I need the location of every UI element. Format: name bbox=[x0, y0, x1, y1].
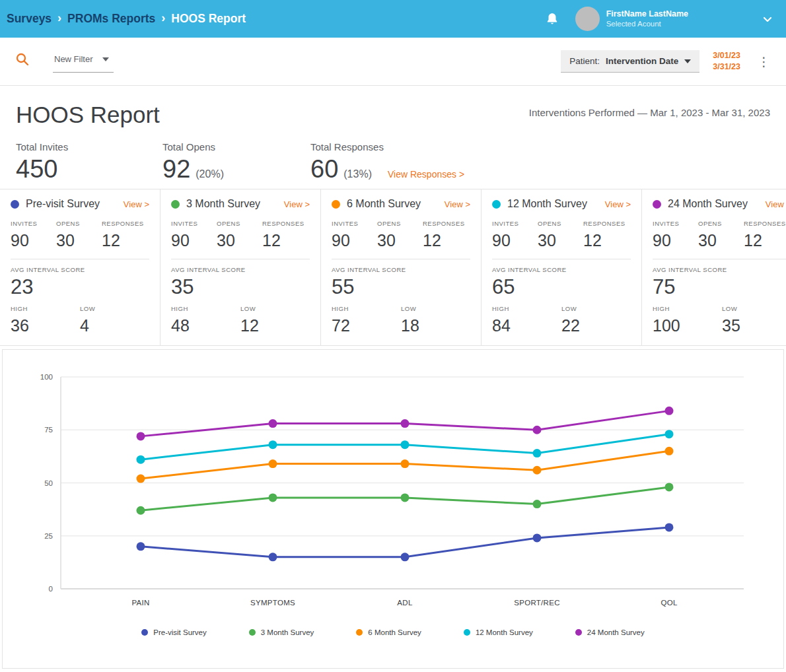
breadcrumb-item-proms-reports[interactable]: PROMs Reports bbox=[67, 12, 155, 26]
avg-interval-score-value: 23 bbox=[11, 275, 149, 299]
search-icon[interactable] bbox=[15, 51, 30, 67]
view-responses-link[interactable]: View Responses > bbox=[388, 169, 464, 180]
avg-interval-score-label: AVG INTERVAL SCORE bbox=[653, 266, 786, 273]
low-value: 4 bbox=[80, 316, 149, 335]
legend-label: 6 Month Survey bbox=[368, 628, 421, 636]
low-label: LOW bbox=[80, 305, 149, 312]
view-survey-link[interactable]: View > bbox=[284, 199, 310, 209]
avg-interval-score-value: 65 bbox=[492, 275, 631, 299]
new-filter-select[interactable]: New Filter bbox=[53, 50, 114, 73]
svg-text:ADL: ADL bbox=[397, 599, 413, 607]
date-start: 3/01/23 bbox=[713, 50, 740, 61]
legend-label: 3 Month Survey bbox=[261, 628, 314, 636]
selected-account-label: Selected Acount bbox=[606, 19, 688, 28]
invites-label: INVITES bbox=[492, 220, 538, 227]
svg-text:PAIN: PAIN bbox=[131, 599, 149, 607]
date-type-select[interactable]: Patient: Intervention Date bbox=[561, 50, 699, 73]
survey-scores-chart: 0255075100PAINSYMPTOMSADLSPORT/RECQOL bbox=[3, 350, 783, 614]
invites-label: INVITES bbox=[11, 220, 56, 227]
invites-label: INVITES bbox=[171, 220, 217, 227]
caret-down-icon bbox=[102, 57, 109, 61]
caret-down-icon bbox=[684, 59, 691, 63]
high-label: HIGH bbox=[332, 305, 401, 312]
total-invites-block: Total Invites 450 bbox=[16, 141, 162, 184]
invites-label: INVITES bbox=[332, 220, 377, 227]
total-opens-percent: (20%) bbox=[196, 168, 224, 180]
invites-label: INVITES bbox=[653, 220, 698, 227]
breadcrumb: Surveys › PROMs Reports › HOOS Report bbox=[7, 12, 246, 26]
total-responses-block: Total Responses 60 (13%) View Responses … bbox=[310, 141, 464, 184]
invites-value: 90 bbox=[653, 231, 698, 250]
legend-dot-icon bbox=[141, 629, 148, 636]
survey-card-title: 24 Month Survey bbox=[668, 198, 748, 210]
avg-interval-score-value: 75 bbox=[653, 275, 786, 299]
legend-dot-icon bbox=[575, 629, 582, 636]
view-survey-link[interactable]: View > bbox=[124, 199, 149, 209]
avatar[interactable] bbox=[575, 7, 600, 31]
avg-interval-score-value: 55 bbox=[332, 275, 470, 299]
svg-text:25: 25 bbox=[44, 532, 53, 540]
avg-interval-score-value: 35 bbox=[171, 275, 310, 299]
notifications-bell-icon[interactable] bbox=[545, 11, 559, 27]
legend-item[interactable]: 12 Month Survey bbox=[464, 628, 533, 636]
survey-card-24-month: 24 Month Survey View > INVITES90 OPENS30… bbox=[642, 189, 786, 345]
divider bbox=[332, 259, 470, 259]
series-dot-icon bbox=[653, 200, 661, 209]
divider bbox=[492, 259, 631, 259]
svg-text:75: 75 bbox=[44, 426, 53, 434]
avg-interval-score-label: AVG INTERVAL SCORE bbox=[171, 266, 310, 273]
view-survey-link[interactable]: View > bbox=[605, 199, 631, 209]
total-opens-block: Total Opens 92 (20%) bbox=[162, 141, 310, 184]
high-value: 72 bbox=[332, 316, 401, 335]
legend-item[interactable]: Pre-visit Survey bbox=[141, 628, 207, 636]
series-dot-icon bbox=[171, 200, 180, 209]
survey-cards-row: Pre-visit Survey View > INVITES90 OPENS3… bbox=[0, 189, 786, 346]
breadcrumb-item-surveys[interactable]: Surveys bbox=[7, 12, 52, 26]
responses-label: RESPONSES bbox=[744, 220, 786, 227]
opens-label: OPENS bbox=[56, 220, 102, 227]
high-value: 100 bbox=[653, 316, 722, 335]
low-value: 12 bbox=[240, 316, 310, 335]
user-name: FirstName LastName bbox=[606, 9, 688, 20]
low-label: LOW bbox=[561, 305, 631, 312]
total-responses-label: Total Responses bbox=[310, 141, 464, 152]
total-invites-label: Total Invites bbox=[16, 141, 162, 152]
high-label: HIGH bbox=[171, 305, 240, 312]
opens-label: OPENS bbox=[377, 220, 423, 227]
view-survey-link[interactable]: View > bbox=[766, 199, 786, 209]
legend-item[interactable]: 6 Month Survey bbox=[356, 628, 421, 636]
breadcrumb-item-hoos-report: HOOS Report bbox=[171, 12, 246, 26]
invites-value: 90 bbox=[332, 231, 377, 250]
total-responses-percent: (13%) bbox=[343, 168, 372, 180]
low-label: LOW bbox=[240, 305, 310, 312]
low-value: 18 bbox=[401, 316, 470, 335]
avg-interval-score-label: AVG INTERVAL SCORE bbox=[332, 266, 470, 273]
breadcrumb-separator-icon: › bbox=[161, 11, 165, 25]
opens-value: 30 bbox=[377, 231, 423, 250]
high-label: HIGH bbox=[653, 305, 722, 312]
series-dot-icon bbox=[11, 200, 19, 209]
legend-item[interactable]: 3 Month Survey bbox=[249, 628, 314, 636]
legend-label: 12 Month Survey bbox=[476, 628, 533, 636]
user-block[interactable]: FirstName LastName Selected Acount bbox=[606, 9, 688, 29]
chevron-down-icon[interactable] bbox=[761, 13, 774, 26]
svg-text:QOL: QOL bbox=[661, 599, 677, 607]
report-summary-section: HOOS Report Interventions Performed — Ma… bbox=[0, 86, 786, 189]
total-opens-label: Total Opens bbox=[162, 141, 310, 152]
date-type-prefix: Patient: bbox=[569, 56, 600, 66]
date-range-picker[interactable]: 3/01/23 3/31/23 bbox=[713, 50, 740, 73]
responses-value: 12 bbox=[423, 231, 465, 250]
view-survey-link[interactable]: View > bbox=[445, 199, 470, 209]
scores-chart-card: 0255075100PAINSYMPTOMSADLSPORT/RECQOL Pr… bbox=[2, 349, 784, 669]
new-filter-label: New Filter bbox=[54, 54, 93, 64]
filter-bar: New Filter Patient: Intervention Date 3/… bbox=[0, 38, 786, 86]
responses-label: RESPONSES bbox=[102, 220, 144, 227]
kebab-menu-icon[interactable]: ⋮ bbox=[754, 54, 774, 69]
opens-label: OPENS bbox=[698, 220, 744, 227]
high-label: HIGH bbox=[492, 305, 561, 312]
opens-value: 30 bbox=[538, 231, 583, 250]
total-invites-value: 450 bbox=[16, 155, 57, 184]
opens-value: 30 bbox=[698, 231, 744, 250]
legend-item[interactable]: 24 Month Survey bbox=[575, 628, 645, 636]
date-end: 3/31/23 bbox=[713, 61, 740, 73]
